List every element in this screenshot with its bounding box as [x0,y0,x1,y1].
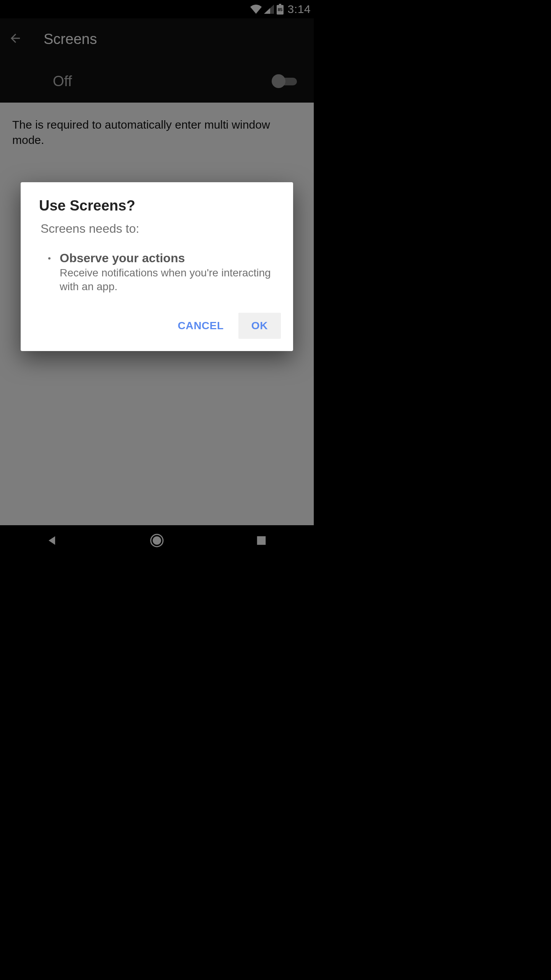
permission-item: Observe your actions Receive notificatio… [21,247,293,305]
cancel-button[interactable]: CANCEL [168,313,234,339]
dialog-title: Use Screens? [21,198,293,222]
permission-heading: Observe your actions [60,251,275,265]
screen-root: 85 3:14 Screens Off The is required to a… [0,0,314,557]
dialog-subtitle: Screens needs to: [21,222,293,247]
permission-dialog: Use Screens? Screens needs to: Observe y… [21,182,293,351]
permission-text: Observe your actions Receive notificatio… [60,251,275,294]
permission-body: Receive notifications when you're intera… [60,266,275,294]
bullet-icon [48,257,51,260]
ok-button[interactable]: OK [238,313,281,339]
modal-scrim[interactable]: Use Screens? Screens needs to: Observe y… [0,0,314,557]
dialog-actions: CANCEL OK [21,305,293,345]
